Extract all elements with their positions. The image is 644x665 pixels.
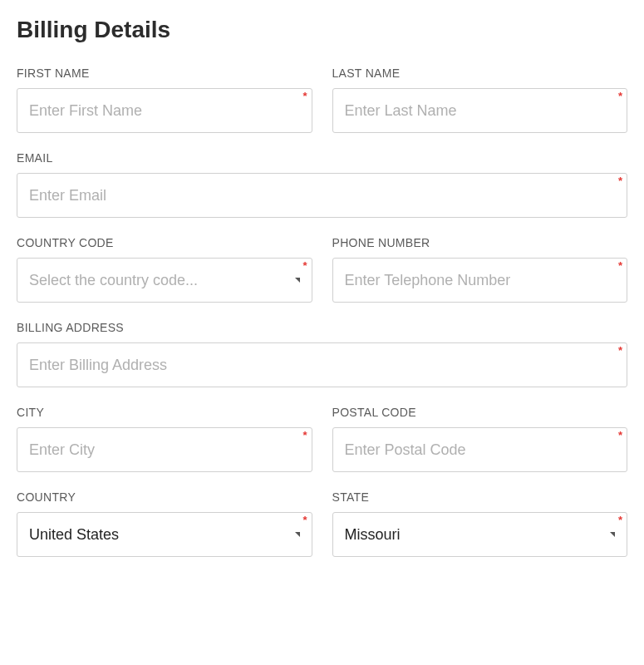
state-value: Missouri — [345, 526, 401, 544]
phone-label: PHONE NUMBER — [332, 236, 628, 249]
postal-code-field: POSTAL CODE * — [332, 406, 628, 472]
country-field: COUNTRY * United States — [17, 490, 312, 557]
chevron-down-icon — [295, 278, 300, 283]
billing-address-input[interactable] — [17, 342, 627, 387]
first-name-field: FIRST NAME * — [17, 66, 312, 133]
chevron-down-icon — [295, 532, 300, 537]
state-field: STATE * Missouri — [332, 490, 628, 557]
postal-code-label: POSTAL CODE — [332, 406, 628, 419]
postal-code-input[interactable] — [332, 427, 628, 472]
phone-field: PHONE NUMBER * — [332, 236, 628, 303]
city-field: CITY * — [17, 406, 312, 472]
city-input[interactable] — [17, 427, 312, 472]
last-name-field: LAST NAME * — [332, 66, 628, 133]
country-label: COUNTRY — [17, 490, 312, 504]
last-name-label: LAST NAME — [332, 66, 628, 80]
first-name-input[interactable] — [17, 88, 312, 133]
email-label: EMAIL — [17, 151, 627, 165]
first-name-label: FIRST NAME — [17, 66, 312, 80]
page-title: Billing Details — [17, 17, 627, 43]
country-code-field: COUNTRY CODE * Select the country code..… — [17, 236, 312, 303]
state-select[interactable]: Missouri — [332, 512, 628, 557]
country-select[interactable]: United States — [17, 512, 312, 557]
country-code-placeholder: Select the country code... — [29, 272, 198, 289]
country-code-select[interactable]: Select the country code... — [17, 258, 312, 303]
billing-address-field: BILLING ADDRESS * — [17, 321, 627, 387]
country-code-label: COUNTRY CODE — [17, 236, 312, 249]
phone-input[interactable] — [332, 258, 628, 303]
chevron-down-icon — [610, 532, 615, 537]
email-field: EMAIL * — [17, 151, 627, 218]
email-input[interactable] — [17, 173, 627, 218]
state-label: STATE — [332, 490, 628, 504]
country-value: United States — [29, 526, 119, 544]
last-name-input[interactable] — [332, 88, 628, 133]
billing-address-label: BILLING ADDRESS — [17, 321, 627, 334]
city-label: CITY — [17, 406, 312, 419]
